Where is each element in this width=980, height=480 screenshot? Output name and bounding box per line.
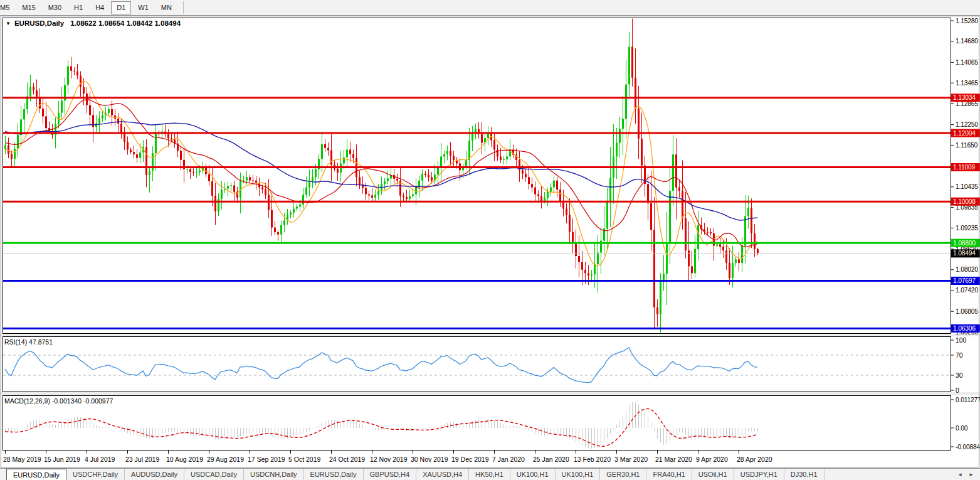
- candle-body: [406, 197, 408, 199]
- candle-body: [547, 192, 549, 198]
- candle-body: [324, 144, 326, 148]
- tab-usdcnh-daily[interactable]: USDCNH,Daily: [244, 469, 304, 480]
- candle-body: [155, 133, 157, 153]
- rsi-indicator-label: RSI(14) 47.8751: [4, 338, 53, 346]
- rsi-tick-label: 30: [956, 372, 963, 379]
- candle-body: [421, 174, 423, 181]
- price-tick-label: 1.10435: [956, 183, 978, 190]
- tab-gbpusd-h4[interactable]: GBPUSD,H4: [364, 469, 417, 480]
- candle-body: [4, 145, 6, 149]
- candle-body: [503, 159, 505, 160]
- chart-title: ▼ EURUSD,Daily 1.08622 1.08654 1.08442 1…: [6, 19, 181, 27]
- candle-body: [280, 225, 282, 235]
- candle-body: [61, 100, 63, 112]
- candle-body: [274, 228, 276, 233]
- candle-body: [23, 109, 25, 119]
- candle-body: [738, 259, 740, 263]
- candle-body: [76, 72, 78, 76]
- price-tick-label: 1.11650: [956, 142, 978, 149]
- candle-body: [619, 129, 621, 143]
- rsi-tick-label: 70: [956, 352, 963, 359]
- candle-body: [246, 177, 248, 181]
- price-level-badge-label: 1.10008: [953, 198, 976, 205]
- candle-body: [754, 233, 756, 249]
- candle-body: [741, 246, 743, 263]
- tab-audusd-daily[interactable]: AUDUSD,Daily: [125, 469, 184, 480]
- candle-body: [575, 244, 577, 257]
- tab-usdjpy-h1[interactable]: USDJPY,H1: [734, 469, 784, 480]
- date-tick-label: 4 Jul 2019: [85, 456, 115, 463]
- candle-body: [171, 139, 172, 140]
- tab-uk100-h1-2[interactable]: UK100,H1: [556, 469, 601, 480]
- candle-body: [635, 78, 636, 109]
- candle-body: [145, 147, 147, 175]
- candle-body: [130, 150, 132, 152]
- candle-body: [487, 134, 489, 138]
- tabs-scroll-left-icon[interactable]: ◄: [957, 472, 962, 477]
- tab-ger30-h1[interactable]: GER30,H1: [600, 469, 646, 480]
- candle-body: [352, 154, 354, 158]
- candle-body: [186, 169, 188, 170]
- candle-body: [481, 134, 483, 143]
- candle-body: [719, 244, 721, 247]
- candle-body: [321, 144, 323, 159]
- candle-body: [33, 87, 34, 91]
- chart-title-ohlc: 1.08622 1.08654 1.08442 1.08494: [70, 19, 181, 27]
- candle-body: [584, 270, 586, 274]
- tabs-scroll-right-icon[interactable]: ►: [969, 472, 974, 477]
- price-axis[interactable]: 1.152801.146801.140651.134651.128651.122…: [951, 18, 980, 451]
- candle-body: [8, 145, 9, 154]
- rsi-tick-label: 100: [956, 337, 966, 344]
- candle-body: [578, 256, 580, 262]
- chart-canvas[interactable]: 1.152801.146801.140651.134651.128651.122…: [0, 0, 980, 480]
- candle-body: [196, 173, 198, 173]
- price-level-badge-label: 1.13034: [953, 94, 976, 101]
- price-level-badge-label: 1.11009: [953, 164, 976, 171]
- candle-body: [189, 169, 191, 173]
- timeframe-m30[interactable]: M30: [43, 1, 67, 14]
- tab-eurusd-daily-2[interactable]: EURUSD,Daily: [304, 469, 364, 480]
- chart-dropdown-icon[interactable]: ▼: [6, 21, 11, 26]
- timeframe-m15[interactable]: M15: [16, 1, 41, 14]
- candle-body: [396, 179, 398, 181]
- timeframe-h1[interactable]: H1: [68, 1, 88, 14]
- tab-fra40-h1[interactable]: FRA40,H1: [646, 469, 692, 480]
- candle-body: [67, 67, 69, 85]
- candle-body: [249, 177, 251, 180]
- date-tick-label: 24 Oct 2019: [329, 456, 365, 463]
- candle-body: [672, 154, 674, 191]
- tab-xauusd-h4[interactable]: XAUUSD,H4: [416, 469, 469, 480]
- tab-eurusd-daily[interactable]: EURUSD,Daily: [6, 469, 66, 480]
- candle-body: [685, 218, 687, 250]
- tab-usoil-h1[interactable]: USOil,H1: [692, 469, 734, 480]
- candle-body: [374, 195, 376, 198]
- chart-tab-bar: EURUSD,Daily USDCHF,Daily AUDUSD,Daily U…: [0, 468, 980, 480]
- timeframe-h4[interactable]: H4: [90, 1, 110, 14]
- tab-uk100-h1[interactable]: UK100,H1: [510, 469, 556, 480]
- date-axis[interactable]: 28 May 201915 Jun 20194 Jul 201923 Jul 2…: [3, 451, 772, 463]
- candle-body: [283, 220, 285, 225]
- toolbar-separator: [183, 1, 184, 14]
- tab-hk50-h1[interactable]: HK50,H1: [469, 469, 510, 480]
- tab-usdcad-daily[interactable]: USDCAD,Daily: [184, 469, 244, 480]
- candle-body: [465, 160, 467, 166]
- candle-body: [650, 203, 652, 230]
- candle-body: [211, 181, 213, 196]
- timeframe-w1[interactable]: W1: [132, 1, 154, 14]
- tab-usdchf-daily[interactable]: USDCHF,Daily: [66, 469, 125, 480]
- candle-body: [559, 189, 561, 201]
- timeframe-mn[interactable]: MN: [155, 1, 177, 14]
- candle-body: [403, 196, 404, 197]
- candle-body: [136, 154, 138, 158]
- candle-body: [534, 188, 536, 195]
- price-tick-label: 1.08020: [956, 266, 978, 273]
- candle-body: [453, 156, 455, 160]
- timeframe-m5[interactable]: M5: [0, 1, 15, 14]
- chart-panels: [0, 18, 980, 451]
- candle-body: [296, 206, 298, 208]
- candle-body: [550, 188, 552, 192]
- tab-dj30-h1[interactable]: DJ30,H1: [784, 469, 825, 480]
- timeframe-d1[interactable]: D1: [111, 1, 131, 14]
- date-tick-label: 9 Apr 2020: [696, 456, 728, 463]
- candle-body: [359, 177, 361, 184]
